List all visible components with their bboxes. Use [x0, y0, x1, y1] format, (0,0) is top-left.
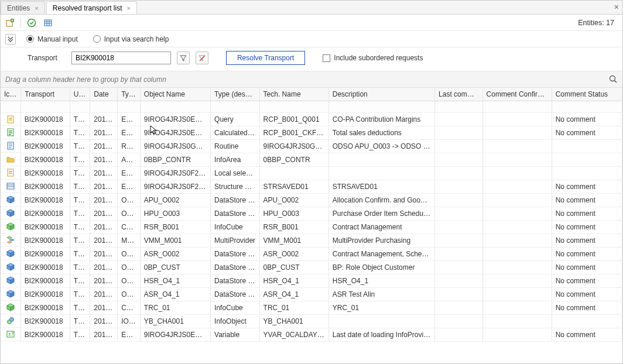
- table-row[interactable]: BI2K900018TS...20190...ELEM9IROG4JRJS0F2…: [1, 167, 622, 180]
- col-transport[interactable]: Transport: [21, 88, 70, 101]
- grid-settings-button[interactable]: [42, 17, 54, 29]
- cell-description: MultiProvider Purchasing: [328, 234, 434, 248]
- col-type-desc[interactable]: Type (descrip...: [211, 88, 260, 101]
- cell-last-comment: [435, 301, 482, 315]
- cell-comment-status: [552, 315, 622, 328]
- radio-manual-input[interactable]: Manual input: [26, 35, 78, 43]
- table-row[interactable]: BI2K900018TS...20190...IOBJYB_CHA001Info…: [1, 315, 622, 328]
- table-row[interactable]: BI2K900018TS...20190...OD...ASR_O002Data…: [1, 248, 622, 261]
- svg-rect-17: [9, 134, 11, 135]
- cell-last-comment: [435, 288, 482, 301]
- col-icon[interactable]: Icon: [1, 88, 21, 101]
- row-icon: [1, 126, 21, 139]
- table-row[interactable]: BI2K900018TS...20190...OD...HPU_O003Data…: [1, 207, 622, 221]
- col-description[interactable]: Description: [328, 88, 434, 101]
- svg-point-9: [610, 76, 615, 81]
- cell-comment-confirmation: [482, 113, 552, 126]
- col-comment-confirmation[interactable]: Comment Confirmation: [482, 88, 552, 101]
- cell-last-comment: [435, 113, 482, 126]
- radio-search-help[interactable]: Input via search help: [93, 35, 169, 43]
- cell-type-desc: DataStore Ob...: [211, 288, 260, 301]
- add-entity-button[interactable]: [4, 17, 16, 29]
- cell-description: Last date of loading InfoProvider: [328, 328, 434, 342]
- col-type[interactable]: Type: [118, 88, 141, 101]
- cell-tech-name: 9IROG4JRJS0GOEI6...: [259, 140, 328, 153]
- row-icon: [1, 167, 21, 180]
- cell-type-desc: InfoArea: [211, 153, 260, 167]
- resolve-transport-button[interactable]: Resolve Transport: [226, 51, 305, 65]
- table-row[interactable]: BI2K900018TS...20190...OD...HSR_O4_1Data…: [1, 274, 622, 288]
- filter-button[interactable]: [177, 51, 190, 64]
- cell-user: TS...: [70, 261, 90, 274]
- cell-transport: BI2K900018: [21, 126, 70, 140]
- row-icon: [1, 180, 21, 193]
- search-icon[interactable]: [608, 74, 618, 84]
- cell-date: 20190...: [90, 221, 118, 234]
- svg-rect-16: [9, 132, 12, 133]
- run-check-button[interactable]: [26, 17, 37, 29]
- svg-line-10: [615, 81, 617, 83]
- cell-object-name: 0BBP_CONTR: [140, 153, 210, 167]
- table-row[interactable]: BI2K900018TS...20190...MP...VMM_M001Mult…: [1, 234, 622, 248]
- row-icon: [1, 261, 21, 274]
- results-table-wrap[interactable]: Icon Transport User Date Type Object Nam…: [1, 88, 622, 363]
- cell-comment-status: No comment: [552, 207, 622, 221]
- cell-user: TS...: [70, 234, 90, 248]
- svg-rect-15: [9, 131, 12, 132]
- table-row[interactable]: BI2K900018TS...20190...CUBETRC_01InfoCub…: [1, 301, 622, 315]
- cell-comment-confirmation: [482, 153, 552, 167]
- cell-object-name: 9IROG4JRJS0F241W...: [140, 167, 210, 180]
- cell-date: 20190...: [90, 328, 118, 342]
- cell-type: ELEM: [118, 328, 141, 342]
- row-icon: [1, 288, 21, 301]
- tab-entities[interactable]: Entities ×: [1, 1, 45, 14]
- table-row[interactable]: BI2K900018TS...20190...ELEM9IROG4JRJS0EY…: [1, 126, 622, 140]
- cell-comment-confirmation: [482, 180, 552, 194]
- col-user[interactable]: User: [70, 88, 90, 101]
- group-by-hint[interactable]: Drag a column header here to group by th…: [1, 71, 622, 88]
- radio-icon: [93, 35, 101, 43]
- col-tech-name[interactable]: Tech. Name: [259, 88, 328, 101]
- close-icon[interactable]: ×: [35, 5, 38, 12]
- col-last-comment[interactable]: Last commenti...: [435, 88, 482, 101]
- collapse-toggle[interactable]: [5, 34, 16, 44]
- cell-date: 20190...: [90, 234, 118, 248]
- close-all-icon[interactable]: ×: [614, 2, 619, 12]
- cell-comment-status: No comment: [552, 261, 622, 274]
- table-row[interactable]: BI2K900018TS...20190...ELEM9IROG4JRJS0F2…: [1, 180, 622, 194]
- search-mode-row: Manual input Input via search help: [1, 31, 622, 47]
- close-icon[interactable]: ×: [127, 5, 131, 12]
- cell-user: TS...: [70, 140, 90, 153]
- transport-input[interactable]: [71, 51, 171, 64]
- tab-resolved-transport-list[interactable]: Resolved transport list ×: [46, 1, 137, 14]
- cell-date: 20190...: [90, 315, 118, 328]
- cell-user: TS...: [70, 328, 90, 342]
- cell-transport: BI2K900018: [21, 234, 70, 248]
- row-icon: [1, 140, 21, 153]
- col-comment-status[interactable]: Comment Status: [552, 88, 622, 101]
- table-row[interactable]: BI2K900018TS...20190...RO...9IROG4JRJS0G…: [1, 140, 622, 153]
- table-filter-row[interactable]: [1, 101, 622, 113]
- row-icon: [1, 194, 21, 207]
- clear-filter-button[interactable]: [196, 51, 208, 64]
- table-row[interactable]: BI2K900018TS...20190...OD...APU_O002Data…: [1, 194, 622, 207]
- cell-type-desc: Calculated ke...: [211, 126, 260, 140]
- row-icon: x?: [1, 328, 21, 341]
- cell-comment-status: [552, 167, 622, 180]
- col-date[interactable]: Date: [90, 88, 118, 101]
- table-row[interactable]: BI2K900018TS...20190...OD...ASR_O4_1Data…: [1, 288, 622, 301]
- row-icon: [1, 234, 21, 247]
- include-subordered-checkbox[interactable]: Include subordered requests: [323, 54, 423, 62]
- table-row[interactable]: BI2K900018TS...20190...ELEM9IROG4JRJS0EY…: [1, 113, 622, 126]
- cell-last-comment: [435, 153, 482, 167]
- cell-transport: BI2K900018: [21, 180, 70, 194]
- radio-icon: [26, 35, 34, 43]
- cell-comment-status: No comment: [552, 126, 622, 140]
- table-row[interactable]: BI2K900018TS...20190...OD...0BP_CUSTData…: [1, 261, 622, 274]
- table-row[interactable]: x?BI2K900018TS...20190...ELEM9IROG4JRJS0…: [1, 328, 622, 342]
- cell-type: OD...: [118, 288, 141, 301]
- col-object-name[interactable]: Object Name: [140, 88, 210, 101]
- cell-tech-name: 0BP_CUST: [259, 261, 328, 274]
- table-row[interactable]: BI2K900018TS...20190...CUBERSR_B001InfoC…: [1, 221, 622, 234]
- table-row[interactable]: BI2K900018TS...20190...AREA0BBP_CONTRInf…: [1, 153, 622, 167]
